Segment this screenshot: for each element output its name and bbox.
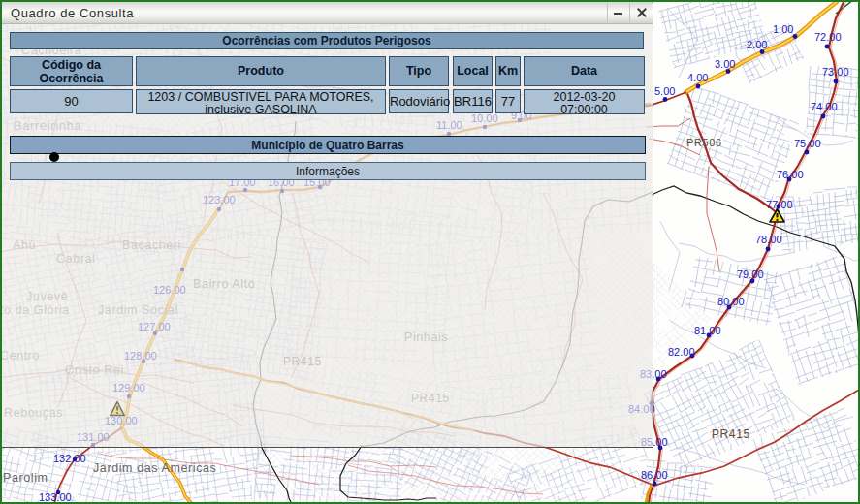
svg-text:78.00: 78.00 xyxy=(755,234,782,245)
svg-text:133.00: 133.00 xyxy=(39,491,72,503)
svg-text:76.00: 76.00 xyxy=(777,169,804,180)
svg-text:2.00: 2.00 xyxy=(747,39,767,50)
svg-text:82.00: 82.00 xyxy=(668,346,695,358)
svg-text:PR415: PR415 xyxy=(712,427,750,441)
svg-text:Jardim das Americas: Jardim das Americas xyxy=(93,461,216,475)
svg-text:5.00: 5.00 xyxy=(654,85,675,97)
svg-text:80.00: 80.00 xyxy=(717,296,745,307)
svg-text:75.00: 75.00 xyxy=(794,138,821,149)
svg-text:74.00: 74.00 xyxy=(811,101,838,112)
svg-text:1.00: 1.00 xyxy=(773,23,793,35)
svg-text:79.00: 79.00 xyxy=(737,268,764,280)
svg-text:3.00: 3.00 xyxy=(715,58,735,70)
svg-text:72.00: 72.00 xyxy=(814,31,842,43)
svg-text:132.00: 132.00 xyxy=(53,453,86,464)
svg-text:86.00: 86.00 xyxy=(641,469,668,481)
svg-text:Parolim: Parolim xyxy=(3,471,48,485)
svg-text:77.00: 77.00 xyxy=(766,199,793,210)
svg-text:PR506: PR506 xyxy=(686,137,722,148)
svg-text:4.00: 4.00 xyxy=(687,72,708,83)
svg-text:81.00: 81.00 xyxy=(694,325,721,336)
svg-text:73.00: 73.00 xyxy=(822,66,849,78)
